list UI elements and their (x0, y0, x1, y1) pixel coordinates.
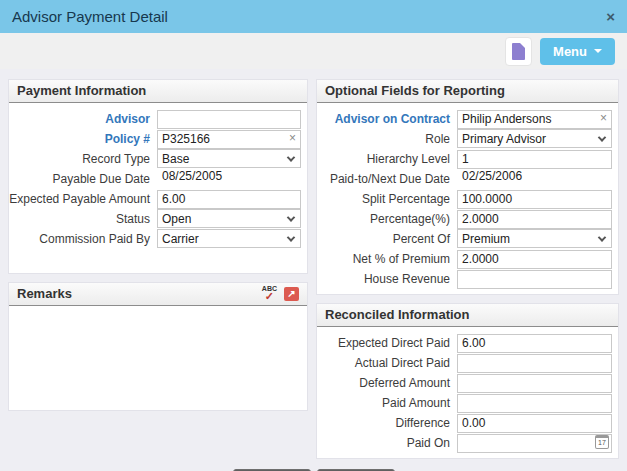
field-row-expected-payable-amount: Expected Payable Amount (9, 189, 301, 208)
reconciled-information-title: Reconciled Information (325, 307, 469, 322)
percentage-label: Percentage(%) (317, 212, 457, 226)
paid-on-input[interactable] (457, 434, 612, 453)
optional-fields-body: Advisor on Contract × Role Primary Advis… (317, 103, 618, 294)
field-row-advisor: Advisor (9, 109, 301, 128)
commission-paid-by-select[interactable]: Carrier (157, 229, 301, 248)
chevron-down-icon (287, 233, 295, 241)
field-row-split-percentage: Split Percentage (317, 189, 612, 208)
close-icon[interactable]: × (606, 9, 615, 24)
remarks-panel: Remarks ABC ✓ ↗ (8, 282, 308, 411)
actual-direct-paid-label: Actual Direct Paid (317, 356, 457, 370)
policy-number-input[interactable] (157, 130, 301, 149)
advisor-on-contract-label[interactable]: Advisor on Contract (317, 112, 457, 126)
net-percent-of-premium-label: Net % of Premium (317, 252, 457, 266)
field-row-expected-direct-paid: Expected Direct Paid (317, 333, 612, 352)
document-icon (512, 43, 525, 60)
spellcheck-check-mark: ✓ (265, 292, 274, 301)
payment-information-body: Advisor Policy # × Record Type (9, 103, 307, 273)
house-revenue-label: House Revenue (317, 272, 457, 286)
field-row-advisor-on-contract: Advisor on Contract × (317, 109, 612, 128)
field-row-difference: Difference (317, 413, 612, 432)
record-type-value: Base (162, 152, 189, 166)
field-row-record-type: Record Type Base (9, 149, 301, 168)
advisor-label[interactable]: Advisor (9, 112, 157, 126)
field-row-net-percent-of-premium: Net % of Premium (317, 249, 612, 268)
percentage-input[interactable] (457, 210, 612, 229)
field-row-status: Status Open (9, 209, 301, 228)
advisor-on-contract-input[interactable] (457, 110, 612, 129)
record-type-select[interactable]: Base (157, 149, 301, 168)
dialog-footer: OK Cancel (0, 459, 627, 471)
commission-paid-by-value: Carrier (162, 232, 199, 246)
difference-input[interactable] (457, 414, 612, 433)
status-select[interactable]: Open (157, 209, 301, 228)
payment-information-panel: Payment Information Advisor Policy # × (8, 79, 308, 274)
role-select[interactable]: Primary Advisor (457, 129, 612, 148)
paid-amount-input[interactable] (457, 394, 612, 413)
calendar-icon[interactable]: 17 (595, 435, 609, 449)
net-percent-of-premium-input[interactable] (457, 250, 612, 269)
expected-payable-amount-input[interactable] (157, 190, 301, 209)
deferred-amount-input[interactable] (457, 374, 612, 393)
payment-information-title: Payment Information (17, 83, 146, 98)
actual-direct-paid-input[interactable] (457, 354, 612, 373)
field-row-role: Role Primary Advisor (317, 129, 612, 148)
split-percentage-input[interactable] (457, 190, 612, 209)
commission-paid-by-label: Commission Paid By (9, 232, 157, 246)
menu-button[interactable]: Menu (540, 38, 615, 65)
percent-of-label: Percent Of (317, 232, 457, 246)
paid-to-next-due-date-value: 02/25/2006 (457, 169, 612, 183)
clear-icon[interactable]: × (289, 132, 296, 144)
field-row-deferred-amount: Deferred Amount (317, 373, 612, 392)
percent-of-value: Premium (462, 232, 510, 246)
optional-fields-title: Optional Fields for Reporting (325, 83, 505, 98)
role-value: Primary Advisor (462, 132, 546, 146)
remarks-header: Remarks ABC ✓ ↗ (9, 283, 307, 306)
expected-direct-paid-input[interactable] (457, 334, 612, 353)
hierarchy-level-input[interactable] (457, 150, 612, 169)
field-row-house-revenue: House Revenue (317, 269, 612, 288)
field-row-paid-amount: Paid Amount (317, 393, 612, 412)
field-row-policy: Policy # × (9, 129, 301, 148)
percent-of-select[interactable]: Premium (457, 229, 612, 248)
remarks-textarea[interactable] (9, 306, 307, 410)
field-row-payable-due-date: Payable Due Date 08/25/2005 (9, 169, 301, 188)
document-button[interactable] (505, 37, 532, 66)
status-value: Open (162, 212, 191, 226)
clear-icon[interactable]: × (600, 112, 607, 124)
chevron-down-icon (598, 133, 606, 141)
paid-on-label: Paid On (317, 436, 457, 450)
expected-direct-paid-label: Expected Direct Paid (317, 336, 457, 350)
house-revenue-input[interactable] (457, 270, 612, 289)
difference-label: Difference (317, 416, 457, 430)
expected-payable-amount-label: Expected Payable Amount (9, 192, 157, 206)
record-type-label: Record Type (9, 152, 157, 166)
reconciled-information-panel: Reconciled Information Expected Direct P… (316, 303, 619, 459)
left-column: Payment Information Advisor Policy # × (8, 79, 308, 411)
field-row-percentage: Percentage(%) (317, 209, 612, 228)
advisor-input[interactable] (157, 110, 301, 129)
spellcheck-icon[interactable]: ABC ✓ (262, 286, 277, 301)
dialog-toolbar: Menu (0, 33, 627, 69)
payment-information-header: Payment Information (9, 80, 307, 103)
paid-amount-label: Paid Amount (317, 396, 457, 410)
chevron-down-icon (287, 213, 295, 221)
split-percentage-label: Split Percentage (317, 192, 457, 206)
field-row-commission-paid-by: Commission Paid By Carrier (9, 229, 301, 248)
field-row-actual-direct-paid: Actual Direct Paid (317, 353, 612, 372)
remarks-title: Remarks (17, 286, 72, 301)
deferred-amount-label: Deferred Amount (317, 376, 457, 390)
menu-button-label: Menu (553, 44, 587, 59)
chevron-down-icon (287, 153, 295, 161)
chevron-down-icon (598, 233, 606, 241)
role-label: Role (317, 132, 457, 146)
policy-number-label[interactable]: Policy # (9, 132, 157, 146)
field-row-percent-of: Percent Of Premium (317, 229, 612, 248)
dialog-content: Payment Information Advisor Policy # × (0, 69, 627, 459)
payable-due-date-label: Payable Due Date (9, 172, 157, 186)
popup-expand-icon[interactable]: ↗ (284, 287, 299, 301)
reconciled-information-header: Reconciled Information (317, 304, 618, 327)
field-row-hierarchy-level: Hierarchy Level (317, 149, 612, 168)
hierarchy-level-label: Hierarchy Level (317, 152, 457, 166)
status-label: Status (9, 212, 157, 226)
